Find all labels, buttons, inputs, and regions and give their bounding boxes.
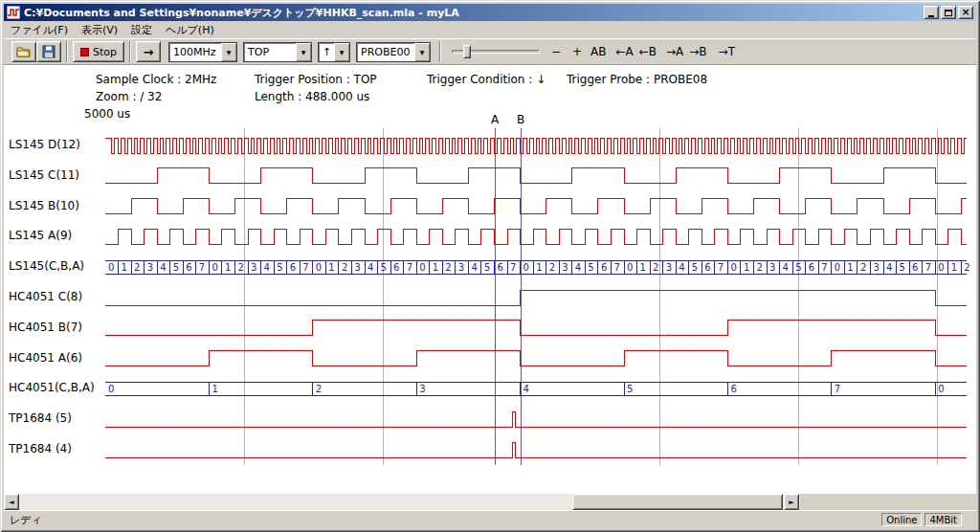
stop-button-label: Stop (93, 46, 117, 58)
svg-text:6: 6 (809, 262, 814, 273)
trigger-edge-combo[interactable]: ↑ ▼ (318, 42, 350, 62)
svg-text:3: 3 (873, 262, 879, 273)
svg-text:5: 5 (484, 262, 490, 273)
svg-text:7: 7 (407, 262, 412, 273)
channel-label-hc4051-bus: HC4051(C,B,A) (9, 381, 95, 394)
svg-text:2: 2 (549, 262, 555, 273)
save-button[interactable] (36, 41, 61, 62)
run-button[interactable]: → (136, 41, 161, 62)
svg-text:3: 3 (562, 262, 568, 273)
svg-text:7: 7 (821, 262, 827, 273)
trigger-probe-combo-value: PROBE00 (357, 46, 414, 58)
svg-text:7: 7 (925, 262, 931, 273)
zoom-text: Zoom : / 32 (96, 90, 162, 103)
svg-text:6: 6 (290, 262, 296, 273)
scroll-right-icon: ► (789, 499, 793, 506)
channel-label-tp1684-5: TP1684 (5) (9, 411, 72, 425)
zoom-slider-thumb[interactable] (463, 45, 471, 58)
chevron-down-icon[interactable]: ▼ (221, 43, 236, 61)
svg-text:0: 0 (212, 262, 217, 273)
svg-text:2: 2 (445, 262, 451, 273)
svg-text:5: 5 (627, 384, 633, 394)
status-online-badge: Online (881, 513, 922, 526)
svg-text:6: 6 (186, 262, 191, 273)
chevron-down-icon[interactable]: ▼ (296, 43, 311, 61)
svg-text:3: 3 (666, 262, 672, 273)
trigger-probe-combo[interactable]: PROBE00 ▼ (356, 42, 431, 62)
svg-text:3: 3 (147, 262, 153, 273)
svg-text:2: 2 (134, 262, 140, 273)
svg-text:5: 5 (692, 262, 698, 273)
run-arrow-icon: → (144, 45, 154, 59)
trigger-condition-text: Trigger Condition : ↓ (427, 73, 546, 86)
goto-a-left-button[interactable]: ←A (612, 41, 635, 62)
trigger-position-text: Trigger Position : TOP (255, 73, 377, 86)
svg-text:0: 0 (108, 384, 114, 394)
channel-label-ls145-b: LS145 B(10) (9, 199, 79, 212)
cursor-label-a: A (488, 113, 501, 126)
sample-clock-combo[interactable]: 100MHz ▼ (168, 42, 237, 62)
svg-text:6: 6 (912, 262, 918, 273)
maximize-icon (945, 10, 952, 16)
svg-text:5: 5 (795, 262, 801, 273)
goto-trigger-button[interactable]: →T (716, 41, 738, 62)
scroll-right-button[interactable]: ► (784, 494, 799, 510)
chevron-down-icon[interactable]: ▼ (334, 43, 349, 61)
titlebar: C:¥Documents and Settings¥noname¥デスクトップ¥… (4, 4, 976, 21)
zoom-out-button[interactable]: − (546, 41, 567, 62)
toolbar-separator (66, 41, 68, 62)
svg-text:0: 0 (316, 262, 322, 273)
window-title: C:¥Documents and Settings¥noname¥デスクトップ¥… (24, 6, 922, 20)
cursor-label-b: B (514, 113, 527, 126)
svg-text:2: 2 (964, 262, 969, 273)
zoom-slider[interactable] (450, 41, 542, 62)
goto-b-right-button[interactable]: →B (686, 41, 709, 62)
svg-text:1: 1 (744, 262, 749, 273)
svg-text:1: 1 (640, 262, 646, 273)
menu-item-help[interactable]: ヘルプ(H) (159, 21, 221, 39)
scroll-left-button[interactable]: ◄ (4, 494, 19, 510)
close-button[interactable]: × (958, 6, 973, 19)
goto-a-right-button[interactable]: →A (663, 41, 686, 62)
menu-item-file[interactable]: ファイル(F) (4, 21, 75, 39)
length-text: Length : 488.000 us (255, 90, 369, 103)
trigger-position-combo[interactable]: TOP ▼ (243, 42, 312, 62)
svg-text:4: 4 (264, 262, 270, 273)
scrollbar-track[interactable]: ◄ ► (4, 494, 800, 510)
svg-text:0: 0 (835, 262, 840, 273)
open-button[interactable] (11, 41, 36, 62)
sample-clock-text: Sample Clock : 2MHz (96, 73, 216, 86)
svg-text:0: 0 (108, 262, 114, 273)
zoom-in-button[interactable]: + (567, 41, 588, 62)
time-scale-label: 5000 us (84, 107, 130, 121)
menubar: ファイル(F) 表示(V) 設定 ヘルプ(H) (4, 21, 976, 38)
status-memory-badge: 4MBit (924, 513, 962, 526)
svg-text:1: 1 (433, 262, 438, 273)
stop-button[interactable]: Stop (73, 41, 124, 62)
svg-text:1: 1 (225, 262, 231, 273)
menu-item-settings[interactable]: 設定 (124, 21, 159, 39)
minimize-button[interactable] (924, 6, 939, 19)
svg-text:3: 3 (769, 262, 775, 273)
app-icon (7, 6, 20, 19)
svg-text:5: 5 (173, 262, 179, 273)
svg-text:1: 1 (122, 262, 127, 273)
trigger-edge-combo-value: ↑ (319, 46, 334, 58)
horizontal-scrollbar[interactable]: ◄ ► (4, 494, 976, 510)
svg-text:4: 4 (160, 262, 166, 273)
scroll-thumb[interactable] (572, 494, 783, 510)
goto-b-left-button[interactable]: ←B (636, 41, 659, 62)
statusbar: レディ Online 4MBit (4, 510, 976, 528)
toolbar: Stop → 100MHz ▼ TOP ▼ ↑ ▼ PROBE00 ▼ − + … (4, 38, 976, 65)
waveform-plot[interactable]: 0123456701234567012345670123456701234567… (4, 65, 976, 494)
menu-item-view[interactable]: 表示(V) (75, 21, 124, 39)
svg-text:0: 0 (938, 262, 944, 273)
chevron-down-icon[interactable]: ▼ (414, 43, 430, 61)
svg-text:3: 3 (419, 384, 425, 394)
maximize-button[interactable] (941, 6, 956, 19)
svg-text:6: 6 (704, 262, 710, 273)
trigger-position-combo-value: TOP (244, 46, 296, 58)
folder-open-icon (16, 45, 32, 58)
waveform-client-area: 0123456701234567012345670123456701234567… (4, 65, 976, 494)
ab-cursors-button[interactable]: AB (588, 41, 609, 62)
